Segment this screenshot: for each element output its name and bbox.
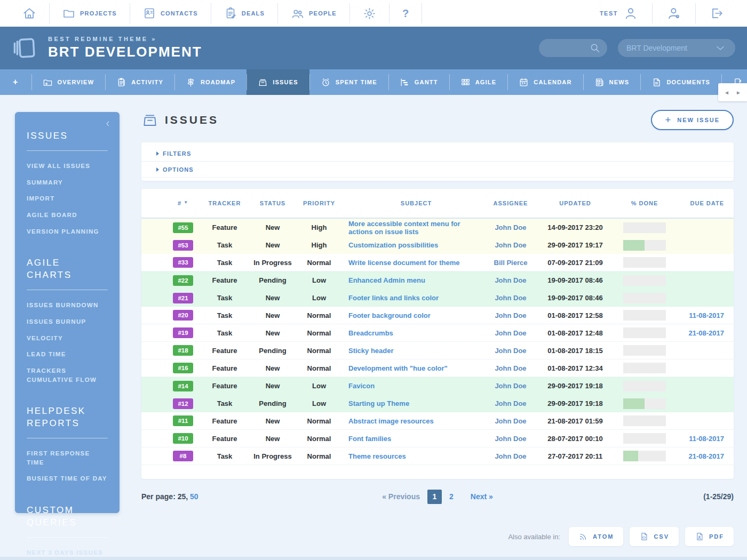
- issue-assignee-link[interactable]: John Doe: [495, 399, 526, 407]
- issue-row[interactable]: #20 Task New Normal Footer background co…: [141, 307, 734, 324]
- issue-row[interactable]: #18 Feature Pending Normal Sticky header…: [141, 342, 734, 359]
- tab-calendar[interactable]: 24 CALENDAR: [507, 69, 583, 95]
- sidebar-item-next-3-days-issues[interactable]: NEXT 3 DAYS ISSUES: [27, 548, 108, 557]
- issue-id-badge[interactable]: #11: [173, 415, 193, 426]
- issue-id-badge[interactable]: #8: [173, 451, 193, 461]
- issue-assignee-link[interactable]: John Doe: [495, 382, 526, 390]
- search-input[interactable]: [545, 44, 589, 52]
- search-icon[interactable]: [589, 42, 601, 54]
- page-2-link[interactable]: 2: [449, 492, 454, 501]
- issue-id-badge[interactable]: #10: [173, 433, 193, 444]
- tab-issues[interactable]: ISSUES: [247, 69, 309, 95]
- tab-roadmap[interactable]: ROADMAP: [174, 69, 247, 95]
- issue-assignee-link[interactable]: John Doe: [495, 294, 526, 302]
- topnav-contacts[interactable]: CONTACTS: [130, 7, 211, 20]
- sidebar-item-import[interactable]: IMPORT: [27, 194, 108, 203]
- tab-agile[interactable]: AGILE: [449, 69, 508, 95]
- options-toggle[interactable]: OPTIONS: [141, 162, 734, 178]
- sidebar-item-issues-burnup[interactable]: ISSUES BURNUP: [27, 317, 108, 326]
- issue-id-badge[interactable]: #19: [173, 327, 193, 338]
- previous-page-link[interactable]: « Previous: [382, 492, 420, 501]
- issue-subject-link[interactable]: Enhanced Admin menu: [348, 276, 425, 284]
- new-issue-button[interactable]: + NEW ISSUE: [651, 110, 734, 130]
- issue-subject-link[interactable]: Font families: [348, 435, 391, 443]
- sidebar-item-view-all-issues[interactable]: VIEW ALL ISSUES: [27, 162, 108, 171]
- help-button[interactable]: ?: [390, 7, 422, 20]
- issue-row[interactable]: #8 Task In Progress Normal Theme resourc…: [141, 447, 734, 465]
- sidebar-item-lead-time[interactable]: LEAD TIME: [27, 350, 108, 359]
- sidebar-item-agile-board[interactable]: AGILE BOARD: [27, 211, 108, 220]
- home-button[interactable]: [10, 6, 49, 20]
- per-page-25[interactable]: 25: [178, 492, 186, 501]
- issue-assignee-link[interactable]: John Doe: [495, 241, 526, 249]
- issue-id-badge[interactable]: #55: [173, 222, 193, 233]
- admin-user-button[interactable]: [653, 6, 695, 21]
- issue-assignee-link[interactable]: John Doe: [495, 311, 526, 319]
- issue-row[interactable]: #21 Task New Low Footer links and links …: [141, 289, 734, 307]
- column-header-status[interactable]: STATUS: [249, 200, 296, 206]
- issue-assignee-link[interactable]: John Doe: [495, 276, 526, 284]
- sidebar-collapse-button[interactable]: [104, 119, 112, 128]
- issue-subject-link[interactable]: Footer background color: [348, 311, 431, 319]
- column-header-updated[interactable]: UPDATED: [537, 200, 613, 206]
- scroll-left-icon[interactable]: ◄: [724, 90, 729, 95]
- breadcrumb[interactable]: BEST REDMINE THEME »: [48, 36, 202, 42]
- issue-row[interactable]: #11 Feature New Normal Abstract image re…: [141, 412, 734, 430]
- column-header-subject[interactable]: SUBJECT: [342, 200, 484, 206]
- sidebar-item-first-response-time[interactable]: FIRST RESPONSE TIME: [27, 449, 108, 467]
- issue-id-badge[interactable]: #33: [173, 257, 193, 268]
- export-pdf-button[interactable]: PDF: [685, 527, 734, 546]
- issue-subject-link[interactable]: Abstract image resources: [348, 417, 434, 425]
- next-page-link[interactable]: Next »: [471, 492, 493, 501]
- issue-subject-link[interactable]: Starting up Theme: [348, 399, 409, 407]
- column-header-assignee[interactable]: ASSIGNEE: [484, 200, 537, 206]
- sidebar-item-trackers-cumulative-flow[interactable]: TRACKERS CUMULATIVE FLOW: [27, 366, 108, 384]
- sidebar-item-summary[interactable]: SUMMARY: [27, 178, 108, 187]
- issue-id-badge[interactable]: #12: [173, 398, 193, 409]
- sidebar-item-busiest-time-of-day[interactable]: BUSIEST TIME OF DAY: [27, 474, 108, 483]
- issue-subject-link[interactable]: Development with "hue color": [348, 364, 448, 372]
- search-box[interactable]: [539, 39, 607, 57]
- sidebar-item-issues-burndown[interactable]: ISSUES BURNDOWN: [27, 301, 108, 310]
- issue-assignee-link[interactable]: John Doe: [495, 364, 526, 372]
- tab-gantt[interactable]: GANTT: [388, 69, 449, 95]
- tab-documents[interactable]: DOCUMENTS: [640, 69, 721, 95]
- tab-news[interactable]: NEWS: [583, 69, 641, 95]
- issue-id-badge[interactable]: #16: [173, 363, 193, 373]
- tab-spent-time[interactable]: SPENT TIME: [309, 69, 388, 95]
- issue-subject-link[interactable]: Breadcrumbs: [348, 329, 393, 337]
- issue-id-badge[interactable]: #53: [173, 240, 193, 251]
- issue-row[interactable]: #12 Task Pending Low Starting up Theme J…: [141, 395, 734, 412]
- issue-assignee-link[interactable]: John Doe: [495, 435, 526, 443]
- issue-id-badge[interactable]: #18: [173, 345, 193, 356]
- issue-assignee-link[interactable]: John Doe: [495, 223, 526, 231]
- sidebar-item-version-planning[interactable]: VERSION PLANNING: [27, 227, 108, 236]
- tab-activity[interactable]: ACTIVITY: [105, 69, 174, 95]
- issue-subject-link[interactable]: Footer links and links color: [348, 294, 439, 302]
- sidebar-item-velocity[interactable]: VELOCITY: [27, 334, 108, 343]
- settings-button[interactable]: [350, 7, 389, 20]
- topnav-projects[interactable]: PROJECTS: [50, 7, 130, 20]
- logout-button[interactable]: [696, 6, 737, 20]
- page-1-current[interactable]: 1: [427, 490, 442, 504]
- issue-row[interactable]: #53 Task New High Customization possibil…: [141, 236, 734, 254]
- issue-row[interactable]: #14 Feature New Low Favicon John Doe 29-…: [141, 377, 734, 395]
- column-header-priority[interactable]: PRIORITY: [296, 200, 342, 206]
- nav-scroll-arrows[interactable]: ◄ ►: [718, 83, 747, 101]
- issue-assignee-link[interactable]: John Doe: [495, 417, 526, 425]
- issue-id-badge[interactable]: #22: [173, 275, 193, 286]
- project-selector[interactable]: BRT Development: [618, 39, 735, 57]
- issue-row[interactable]: #55 Feature New High More accessible con…: [141, 219, 734, 236]
- column-header-id[interactable]: # ▼: [166, 200, 200, 206]
- issue-subject-link[interactable]: Customization possibilities: [348, 241, 438, 249]
- column-header-tracker[interactable]: TRACKER: [200, 200, 249, 206]
- tab-overview[interactable]: OVERVIEW: [31, 69, 106, 95]
- column-header-due-date[interactable]: DUE DATE: [676, 200, 734, 206]
- issue-subject-link[interactable]: Sticky header: [348, 347, 394, 355]
- filters-toggle[interactable]: FILTERS: [141, 146, 734, 162]
- issue-assignee-link[interactable]: John Doe: [495, 329, 526, 337]
- current-user-button[interactable]: TEST: [586, 6, 652, 21]
- issue-subject-link[interactable]: More accessible context menu for actions…: [348, 220, 460, 236]
- issue-subject-link[interactable]: Theme resources: [348, 452, 406, 460]
- add-tab-button[interactable]: +: [0, 69, 31, 95]
